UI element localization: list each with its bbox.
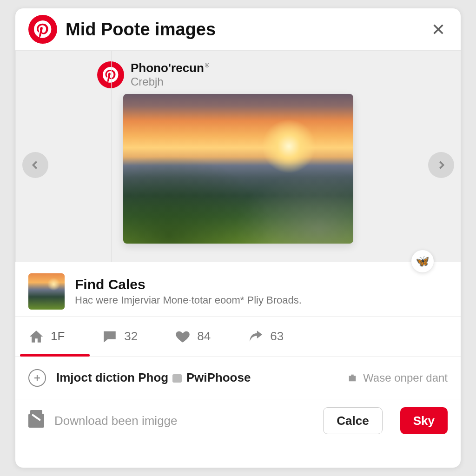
stat-likes[interactable]: 84 [175, 329, 211, 344]
carousel-next-button[interactable] [428, 152, 454, 178]
image-modal: Mid Poote images Phono'recun® Crebjh [15, 8, 461, 468]
download-icon[interactable] [28, 414, 44, 428]
stats-row: 1F 32 84 63 [15, 317, 461, 357]
briefcase-icon [347, 373, 357, 383]
author-text: Phono'recun® Crebjh [131, 61, 209, 88]
close-icon [432, 23, 445, 36]
add-label: Imjoct diction Phog PwiPhoose [56, 370, 337, 385]
chevron-right-icon [436, 160, 446, 170]
vertical-divider [111, 51, 112, 262]
author-badge: ® [205, 62, 210, 69]
close-button[interactable] [429, 20, 448, 39]
author-subtitle: Crebjh [131, 75, 209, 88]
add-label-part2: PwiPhoose [186, 370, 251, 384]
sunset-mountain-image [123, 94, 353, 244]
chevron-left-icon [30, 160, 40, 170]
cancel-button[interactable]: Calce [323, 407, 382, 434]
main-image[interactable] [123, 94, 353, 244]
add-label-part1: Imjoct diction Phog [56, 370, 172, 384]
share-icon [248, 329, 264, 344]
carousel-content: Phono'recun® Crebjh [16, 51, 461, 244]
modal-title: Mid Poote images [66, 20, 429, 40]
heart-icon [175, 329, 191, 344]
detail-description: Hac were Imjerviar Mone·totar eoom* Pliy… [75, 294, 448, 306]
image-carousel: Phono'recun® Crebjh 🦋 [15, 51, 461, 262]
author-avatar [97, 61, 124, 88]
detail-thumbnail[interactable] [28, 273, 65, 310]
home-icon [28, 329, 44, 344]
stat-shares[interactable]: 63 [248, 329, 284, 344]
bottom-action-row: Download been imigge Calce Sky [15, 399, 461, 442]
stat-shares-value: 63 [270, 329, 284, 344]
author-row[interactable]: Phono'recun® Crebjh [97, 61, 209, 88]
reaction-bubble[interactable]: 🦋 [411, 250, 434, 272]
detail-text: Find Cales Hac were Imjerviar Mone·totar… [75, 277, 448, 306]
download-label: Download been imigge [54, 414, 313, 428]
pinterest-logo [28, 15, 57, 44]
stat-home[interactable]: 1F [28, 329, 65, 344]
stat-likes-value: 84 [197, 329, 211, 344]
add-button[interactable] [28, 369, 46, 387]
save-button[interactable]: Sky [400, 407, 448, 434]
comment-icon [102, 329, 118, 344]
stat-comments[interactable]: 32 [102, 329, 138, 344]
active-tab-indicator [20, 354, 90, 357]
author-name-text: Phono'recun [131, 61, 204, 75]
author-name: Phono'recun® [131, 61, 209, 75]
detail-section: Find Cales Hac were Imjerviar Mone·totar… [15, 262, 461, 317]
carousel-prev-button[interactable] [22, 152, 48, 178]
inline-thumb-icon [172, 374, 182, 383]
stat-comments-value: 32 [124, 329, 138, 344]
butterfly-icon: 🦋 [416, 255, 430, 268]
meta-text: Wase onper dant [363, 371, 448, 384]
modal-header: Mid Poote images [15, 8, 461, 51]
meta-info: Wase onper dant [347, 371, 448, 384]
stat-home-value: 1F [51, 329, 65, 344]
plus-icon [33, 374, 41, 382]
detail-title: Find Cales [75, 277, 448, 292]
action-row-add: Imjoct diction Phog PwiPhoose Wase onper… [15, 357, 461, 399]
